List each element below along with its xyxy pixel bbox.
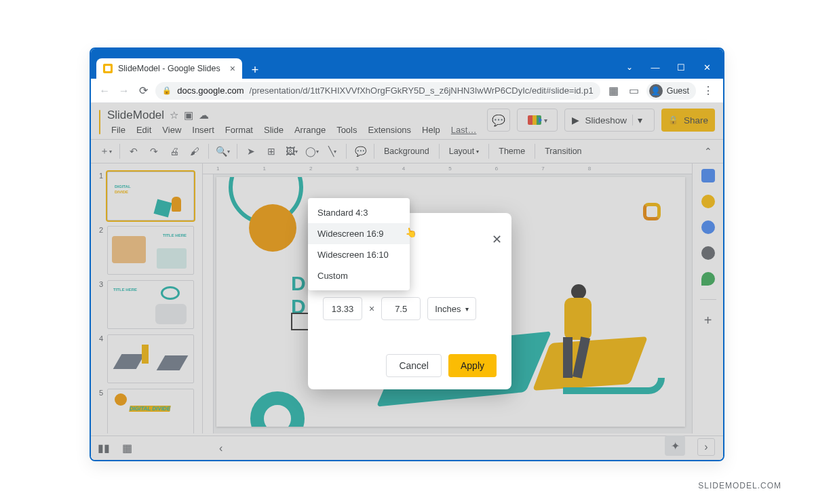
tab-close-icon[interactable]: × <box>230 63 235 74</box>
option-custom[interactable]: Custom <box>308 265 410 286</box>
slide-thumbnail-2[interactable]: TITLE HERE <box>107 226 194 275</box>
window-close-button[interactable]: ✕ <box>695 58 719 76</box>
window-maximize-button[interactable]: ☐ <box>669 58 693 76</box>
layout-button[interactable]: Layout▾ <box>444 142 485 161</box>
window-titlebar <box>91 49 723 56</box>
decoration-cable-icon <box>563 378 665 394</box>
option-standard-43[interactable]: Standard 4:3 <box>308 202 410 223</box>
maps-icon[interactable] <box>701 272 715 286</box>
menu-slide[interactable]: Slide <box>260 123 288 136</box>
width-input[interactable] <box>323 297 362 320</box>
thumb-number: 5 <box>96 389 103 397</box>
menu-view[interactable]: View <box>158 123 185 136</box>
thumb-number: 2 <box>96 226 103 234</box>
slide-thumbnails-panel[interactable]: 1 DIGITAL DIVIDE 2 TITLE HERE 3 <box>91 163 203 433</box>
contacts-icon[interactable] <box>701 246 715 260</box>
dialog-close-button[interactable]: ✕ <box>492 232 502 247</box>
new-tab-button[interactable]: + <box>246 61 264 79</box>
thumb-number: 1 <box>96 172 103 180</box>
redo-button[interactable]: ↷ <box>144 142 163 161</box>
collapse-toolbar-icon[interactable]: ⌃ <box>699 142 718 161</box>
height-input[interactable] <box>381 297 421 320</box>
scroll-right-icon[interactable]: › <box>697 438 715 456</box>
select-tool[interactable]: ➤ <box>241 142 260 161</box>
image-tool[interactable]: 🖼▾ <box>282 142 301 161</box>
meet-icon <box>528 115 541 125</box>
cancel-button[interactable]: Cancel <box>386 354 442 377</box>
window-minimize-button[interactable]: — <box>643 58 667 76</box>
menu-tools[interactable]: Tools <box>332 123 361 136</box>
translate-icon[interactable]: ▦ <box>606 83 622 99</box>
add-addon-icon[interactable]: + <box>701 313 715 327</box>
share-label: Share <box>684 115 708 125</box>
slide-thumbnail-3[interactable]: TITLE HERE <box>107 280 194 329</box>
last-edit-link[interactable]: Last… <box>447 123 481 136</box>
meet-button[interactable]: ▾ <box>517 109 558 132</box>
profile-chip[interactable]: 👤 Guest <box>646 82 696 100</box>
nav-reload-icon[interactable]: ⟳ <box>136 83 150 99</box>
keep-icon[interactable] <box>701 195 715 208</box>
comment-tool[interactable]: 💬 <box>351 142 370 161</box>
background-button[interactable]: Background <box>379 142 435 161</box>
thumb-text: DIGITAL <box>115 185 131 189</box>
theme-button[interactable]: Theme <box>493 142 530 161</box>
comments-button[interactable]: 💬 <box>487 109 510 132</box>
slide-thumbnail-5[interactable]: DIGITAL DIVIDE <box>107 389 194 433</box>
thumb-number: 4 <box>96 334 103 343</box>
menu-edit[interactable]: Edit <box>132 123 155 136</box>
undo-button[interactable]: ↶ <box>124 142 143 161</box>
browser-tab[interactable]: SlideModel - Google Slides × <box>96 58 242 79</box>
times-icon: × <box>369 303 374 314</box>
kebab-menu-icon[interactable]: ⋮ <box>700 83 716 99</box>
transition-button[interactable]: Transition <box>539 142 587 161</box>
tasks-icon[interactable] <box>701 220 715 234</box>
option-widescreen-169[interactable]: Widescreen 16:9 👆 <box>308 223 410 244</box>
calendar-icon[interactable] <box>701 169 715 182</box>
slides-logo-icon[interactable] <box>99 110 100 134</box>
slideshow-label: Slideshow <box>585 115 627 125</box>
url-input[interactable]: 🔒 docs.google.com/presentation/d/1tt7KHI… <box>155 82 600 100</box>
zoom-button[interactable]: 🔍▾ <box>213 142 233 161</box>
grid-view-icon[interactable]: ▦ <box>122 442 132 454</box>
menu-extensions[interactable]: Extensions <box>364 123 416 136</box>
url-domain: docs.google.com <box>177 85 244 96</box>
menu-insert[interactable]: Insert <box>188 123 218 136</box>
thumb-text: DIGITAL DIVIDE <box>129 406 171 412</box>
apply-button[interactable]: Apply <box>448 354 497 377</box>
menu-help[interactable]: Help <box>418 123 444 136</box>
bottom-bar: ▮▮ ▦ ‹ ✦ › <box>91 435 723 460</box>
reading-mode-icon[interactable]: ▭ <box>626 83 642 99</box>
move-icon[interactable]: ▣ <box>184 109 193 121</box>
nav-back-icon[interactable]: ← <box>98 83 111 99</box>
star-icon[interactable]: ☆ <box>170 109 178 121</box>
menu-format[interactable]: Format <box>221 123 257 136</box>
apply-label: Apply <box>461 360 484 371</box>
tab-title: SlideModel - Google Slides <box>118 64 220 73</box>
print-button[interactable]: 🖨 <box>165 142 184 161</box>
menu-arrange[interactable]: Arrange <box>290 123 330 136</box>
slideshow-caret-icon[interactable]: ▾ <box>632 115 647 125</box>
slideshow-button[interactable]: ▶ Slideshow ▾ <box>564 109 655 132</box>
new-slide-button[interactable]: ＋▾ <box>96 142 115 161</box>
window-search-tabs-icon[interactable]: ⌄ <box>617 58 642 76</box>
unit-dropdown[interactable]: Inches ▾ <box>427 297 476 320</box>
share-button[interactable]: 🔒 Share <box>661 109 715 132</box>
slide-thumbnail-1[interactable]: DIGITAL DIVIDE <box>107 172 194 220</box>
line-tool[interactable]: ╲▾ <box>323 142 342 161</box>
slide-thumbnail-4[interactable] <box>107 334 194 383</box>
collapse-panel-icon[interactable]: ‹ <box>219 442 222 454</box>
document-title[interactable]: SlideModel <box>107 109 164 122</box>
explore-button[interactable]: ✦ <box>665 435 685 456</box>
shape-tool[interactable]: ◯▾ <box>303 142 322 161</box>
profile-label: Guest <box>667 86 689 96</box>
filmstrip-view-icon[interactable]: ▮▮ <box>98 442 110 454</box>
paint-format-button[interactable]: 🖌 <box>185 142 204 161</box>
unit-label: Inches <box>435 304 461 314</box>
option-widescreen-1610[interactable]: Widescreen 16:10 <box>308 244 410 265</box>
cursor-pointer-icon: 👆 <box>404 227 418 239</box>
nav-forward-icon[interactable]: → <box>117 83 130 99</box>
decoration-person-icon <box>556 284 597 379</box>
cloud-status-icon[interactable]: ☁ <box>199 109 209 121</box>
menu-file[interactable]: File <box>107 123 130 136</box>
textbox-tool[interactable]: ⊞ <box>262 142 281 161</box>
